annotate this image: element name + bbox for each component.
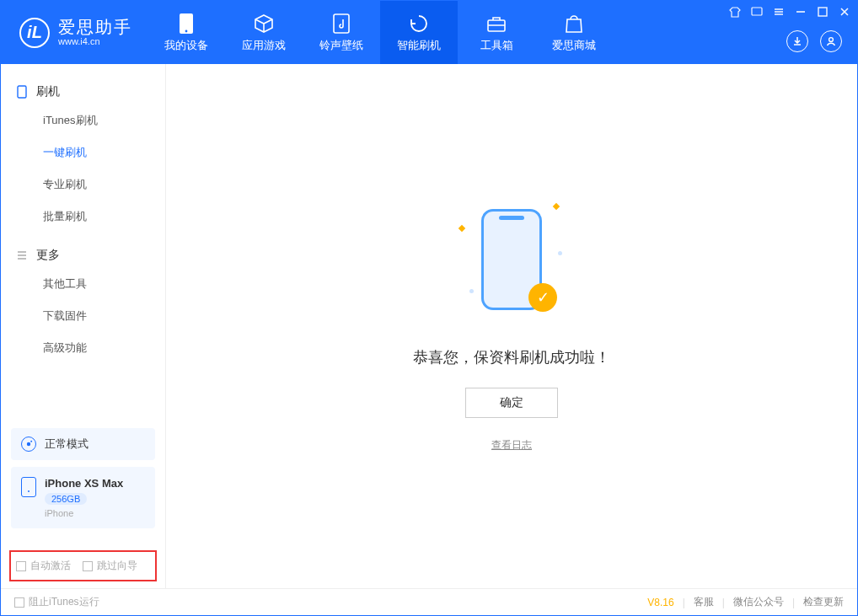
tab-store[interactable]: 爱思商城 [535,1,613,64]
mode-label: 正常模式 [45,437,88,452]
device-icon [21,477,36,497]
shortcuts-highlight: 自动激活 跳过向导 [9,550,157,581]
checkbox-block-itunes[interactable]: 阻止iTunes运行 [14,595,99,609]
checkbox-skip-wizard[interactable]: 跳过向导 [83,559,137,573]
svg-rect-2 [334,14,349,33]
svg-rect-5 [818,8,827,16]
sidebar-group-more-header: 更多 [1,243,165,268]
maximize-icon[interactable] [817,6,829,18]
svg-point-8 [27,442,30,446]
sidebar-group-flash-header: 刷机 [1,79,165,104]
device-name: iPhone XS Max [45,477,123,490]
cube-icon [253,13,275,35]
minimize-icon[interactable] [795,6,807,18]
sidebar-item-one-click-flash[interactable]: 一键刷机 [1,137,165,169]
support-link[interactable]: 客服 [694,595,714,609]
svg-point-1 [185,29,188,32]
device-small-icon [16,86,28,98]
user-icon[interactable] [820,30,842,52]
ok-button[interactable]: 确定 [465,388,558,418]
view-log-link[interactable]: 查看日志 [491,438,532,453]
download-icon[interactable] [786,30,808,52]
bag-icon [563,13,585,35]
close-icon[interactable] [839,6,850,18]
app-subtitle: www.i4.cn [58,36,132,46]
mode-card[interactable]: 正常模式 [11,428,155,460]
list-icon [16,249,28,261]
sidebar-item-pro-flash[interactable]: 专业刷机 [1,169,165,201]
checkbox-auto-activate[interactable]: 自动激活 [16,559,71,573]
status-bar: 阻止iTunes运行 V8.16 | 客服 | 微信公众号 | 检查更新 [1,588,857,615]
mode-icon [21,437,36,452]
window-controls [729,6,850,18]
tab-my-device[interactable]: 我的设备 [147,1,225,64]
music-file-icon [330,13,352,35]
success-illustration: ✓ [461,201,562,327]
svg-rect-4 [752,8,762,15]
top-tabs: 我的设备 应用游戏 铃声壁纸 智能刷机 工具箱 爱思商城 [147,1,613,64]
sidebar: 刷机 iTunes刷机 一键刷机 专业刷机 批量刷机 更多 其他工具 下载固件 … [1,64,166,588]
skin-icon[interactable] [729,6,741,18]
tab-app-games[interactable]: 应用游戏 [225,1,303,64]
app-logo: iL 爱思助手 www.i4.cn [1,1,147,64]
feedback-icon[interactable] [751,6,763,18]
sidebar-item-itunes-flash[interactable]: iTunes刷机 [1,104,165,137]
menu-icon[interactable] [773,6,785,18]
check-update-link[interactable]: 检查更新 [803,595,844,609]
success-message: 恭喜您，保资料刷机成功啦！ [413,347,610,367]
toolbox-icon [485,13,507,35]
refresh-shield-icon [408,13,430,35]
sidebar-item-download-firmware[interactable]: 下载固件 [1,300,165,332]
check-badge-icon: ✓ [528,283,557,312]
device-capacity: 256GB [45,493,87,505]
device-type: iPhone [45,508,123,518]
main-content: ✓ 恭喜您，保资料刷机成功啦！ 确定 查看日志 [166,64,857,588]
phone-icon [175,13,197,35]
device-card[interactable]: iPhone XS Max 256GB iPhone [11,467,155,528]
tab-smart-flash[interactable]: 智能刷机 [380,1,458,64]
svg-point-9 [30,441,32,442]
svg-rect-7 [18,86,26,98]
sidebar-item-batch-flash[interactable]: 批量刷机 [1,201,165,233]
tab-ring-wallpaper[interactable]: 铃声壁纸 [303,1,380,64]
tab-toolbox[interactable]: 工具箱 [458,1,535,64]
wechat-link[interactable]: 微信公众号 [733,595,784,609]
svg-point-10 [28,490,29,492]
version-label: V8.16 [647,597,673,608]
logo-icon: iL [19,18,50,48]
sidebar-item-other-tools[interactable]: 其他工具 [1,268,165,300]
header: iL 爱思助手 www.i4.cn 我的设备 应用游戏 铃声壁纸 智能刷机 工具… [1,1,857,64]
sidebar-item-advanced[interactable]: 高级功能 [1,332,165,364]
app-title: 爱思助手 [58,18,132,36]
svg-point-6 [829,38,834,42]
